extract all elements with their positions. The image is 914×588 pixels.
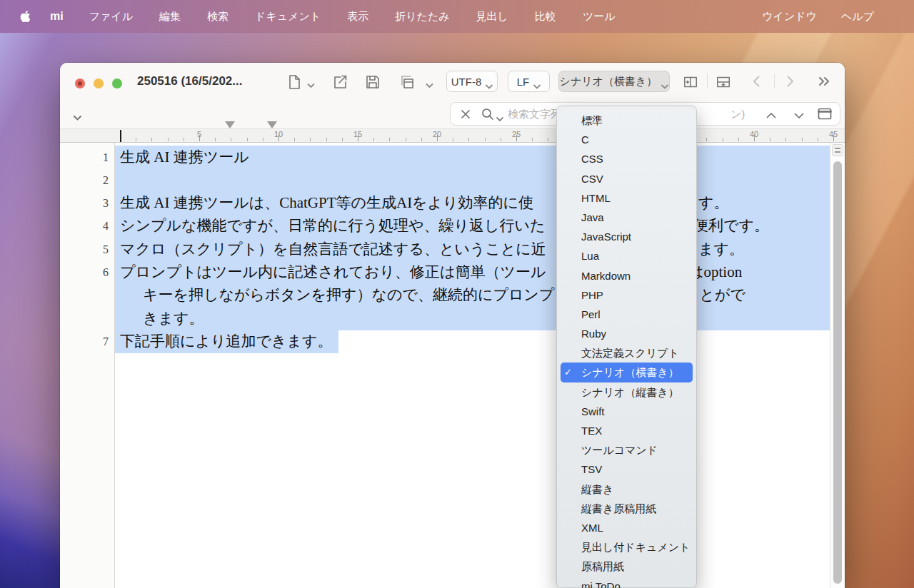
- line-number: 1: [60, 146, 109, 169]
- syntax-menu-item[interactable]: 見出し付ドキュメント: [561, 537, 693, 557]
- syntax-menu-item[interactable]: 文法定義スクリプト: [561, 343, 693, 363]
- apple-icon[interactable]: [19, 9, 31, 24]
- syntax-menu-item[interactable]: ツールコマンド: [561, 440, 693, 460]
- editor-line[interactable]: 3生成 AI 連携ツールは、ChatGPT等の生成AIをより効率的に使す。: [60, 191, 845, 215]
- syntax-menu-item-label: Markdown: [581, 270, 631, 282]
- syntax-menu-item[interactable]: Java: [561, 208, 693, 227]
- syntax-menu-item[interactable]: シナリオ（縦書き）: [561, 382, 693, 402]
- menubar-item[interactable]: ウインドウ: [762, 10, 817, 24]
- new-document-chevron-icon[interactable]: [307, 78, 315, 84]
- menubar-app-name[interactable]: mi: [50, 10, 64, 23]
- forward-button[interactable]: [783, 74, 797, 88]
- save-icon[interactable]: [364, 74, 381, 91]
- syntax-menu-item[interactable]: Perl: [561, 305, 693, 324]
- syntax-menu-item[interactable]: CSV: [561, 169, 693, 188]
- syntax-menu-item[interactable]: XML: [561, 518, 693, 537]
- syntax-menu-item[interactable]: 標準: [561, 111, 693, 130]
- find-next-button[interactable]: [793, 109, 805, 122]
- editor-line[interactable]: 2: [60, 168, 845, 192]
- editor-line[interactable]: 6プロンプトはツール内に記述されており、修正は簡単（ツールはoption: [60, 260, 845, 284]
- back-button[interactable]: [750, 74, 764, 88]
- menubar-item[interactable]: ヘルプ: [841, 10, 874, 24]
- line-text-tail: す。: [698, 191, 729, 215]
- chevron-down-icon: [533, 79, 541, 84]
- syntax-menu-item[interactable]: C: [561, 130, 693, 149]
- search-bar-row: 検索文字列 ン): [60, 100, 845, 128]
- ruler-label: 20: [433, 130, 441, 138]
- editor-line[interactable]: 1生成 AI 連携ツール: [60, 146, 845, 169]
- menubar-items: ファイル編集検索ドキュメント表示折りたたみ見出し比較ツール: [89, 10, 616, 24]
- syntax-menu-item-label: 標準: [581, 114, 603, 126]
- menubar-item[interactable]: ツール: [583, 10, 616, 24]
- syntax-menu-item-label: Lua: [581, 250, 599, 262]
- syntax-menu-item-label: ツールコマンド: [581, 444, 658, 456]
- editor-window: 250516 (16/5/202... UTF-8: [60, 63, 845, 588]
- syntax-menu-item[interactable]: JavaScript: [561, 227, 693, 246]
- syntax-menu-item[interactable]: Swift: [561, 402, 693, 421]
- menubar-item[interactable]: 検索: [207, 10, 228, 24]
- syntax-menu-item[interactable]: ✓シナリオ（横書き）: [561, 363, 693, 382]
- title-bar[interactable]: 250516 (16/5/202... UTF-8: [60, 63, 845, 100]
- chevron-down-icon: [486, 79, 493, 84]
- syntax-menu-item-label: HTML: [581, 192, 611, 204]
- clear-search-icon[interactable]: [459, 108, 472, 121]
- menubar-item[interactable]: 表示: [347, 10, 368, 24]
- editor-line[interactable]: きます。: [60, 307, 845, 330]
- syntax-menu-item[interactable]: PHP: [561, 285, 693, 305]
- syntax-menu-item[interactable]: mi ToDo: [561, 577, 693, 588]
- indent-marker-icon[interactable]: [267, 121, 277, 128]
- search-options-chevron-icon[interactable]: [73, 111, 82, 118]
- pane-split-handle[interactable]: [832, 144, 843, 156]
- syntax-menu-item[interactable]: Markdown: [561, 266, 693, 285]
- editor-line[interactable]: 7下記手順により追加できます。: [60, 330, 845, 353]
- find-previous-button[interactable]: [765, 109, 778, 122]
- close-button[interactable]: [75, 78, 85, 88]
- syntax-menu-item-label: PHP: [581, 289, 603, 301]
- syntax-menu-item[interactable]: CSS: [561, 149, 693, 168]
- new-document-icon[interactable]: [286, 74, 303, 91]
- syntax-menu-item-label: Java: [581, 211, 604, 223]
- editor-line[interactable]: キーを押しながらボタンを押す）なので、継続的にプロンプことがで: [60, 283, 845, 307]
- find-panel-icon[interactable]: [818, 108, 832, 120]
- vertical-scrollbar[interactable]: [830, 143, 845, 588]
- toolbar-divider: [774, 74, 775, 88]
- text-editor-area[interactable]: 1生成 AI 連携ツール23生成 AI 連携ツールは、ChatGPT等の生成AI…: [60, 143, 845, 588]
- menubar-item[interactable]: 見出し: [476, 10, 508, 24]
- editor-line[interactable]: 4シンプルな機能ですが、日常的に行う処理や、繰り返し行いた便利です。: [60, 214, 845, 238]
- editor-line[interactable]: 5マクロ（スクリプト）を自然言語で記述する、ということに近ます。: [60, 238, 845, 261]
- encoding-select[interactable]: UTF-8: [446, 71, 498, 92]
- syntax-menu-item[interactable]: Lua: [561, 246, 693, 265]
- syntax-menu-item[interactable]: 縦書き: [561, 480, 693, 499]
- ruler[interactable]: 51015202530354045: [60, 128, 845, 143]
- minimize-button[interactable]: [94, 78, 104, 88]
- search-scope-chevron-icon[interactable]: [496, 112, 503, 118]
- duplicate-window-chevron-icon[interactable]: [426, 78, 433, 84]
- indent-marker-icon[interactable]: [225, 121, 235, 128]
- syntax-menu-item[interactable]: 縦書き原稿用紙: [561, 499, 693, 518]
- syntax-menu-item[interactable]: HTML: [561, 188, 693, 208]
- menubar-item[interactable]: 比較: [535, 10, 556, 24]
- split-vertical-icon[interactable]: [683, 74, 698, 90]
- menubar-item[interactable]: ファイル: [89, 10, 133, 24]
- open-file-icon[interactable]: [331, 74, 348, 91]
- syntax-menu-item[interactable]: Ruby: [561, 324, 693, 343]
- duplicate-window-icon[interactable]: [398, 74, 416, 91]
- menubar-item[interactable]: 編集: [159, 10, 181, 24]
- split-horizontal-icon[interactable]: [715, 74, 731, 90]
- menubar-item[interactable]: 折りたたみ: [395, 10, 449, 24]
- syntax-menu-item-label: CSS: [581, 153, 603, 165]
- syntax-menu-item[interactable]: TSV: [561, 460, 693, 479]
- zoom-button[interactable]: [112, 78, 122, 88]
- syntax-menu-item[interactable]: TEX: [561, 421, 693, 440]
- scrollbar-thumb[interactable]: [833, 161, 842, 584]
- syntax-menu-item-label: 文法定義スクリプト: [581, 347, 679, 359]
- syntax-mode-select[interactable]: シナリオ（横書き）: [558, 71, 670, 92]
- syntax-menu-item[interactable]: 原稿用紙: [561, 557, 693, 576]
- menubar-item[interactable]: ドキュメント: [255, 10, 321, 24]
- line-text: 下記手順により追加できます。: [120, 330, 332, 353]
- search-icon[interactable]: [481, 107, 495, 121]
- encoding-value: UTF-8: [451, 76, 482, 88]
- line-ending-select[interactable]: LF: [508, 71, 550, 92]
- toolbar-overflow-button[interactable]: [817, 74, 831, 88]
- line-text: 生成 AI 連携ツールは、ChatGPT等の生成AIをより効率的に使: [120, 191, 533, 215]
